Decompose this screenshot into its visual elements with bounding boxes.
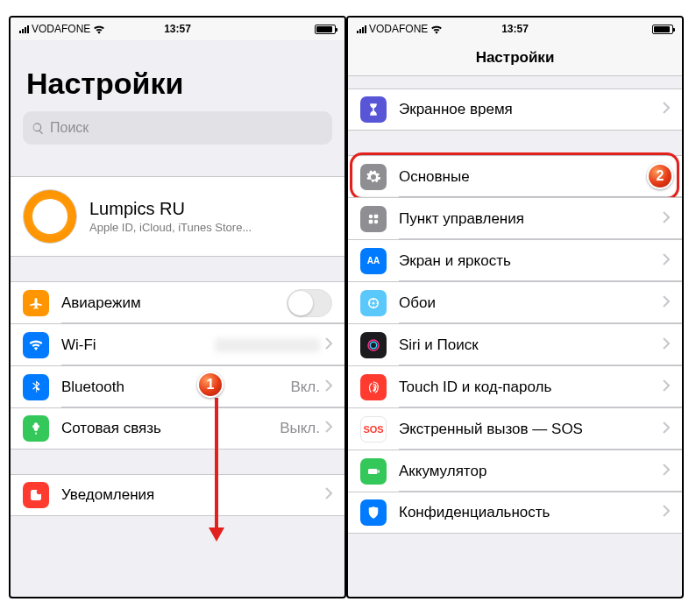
status-bar: VODAFONE 13:57 xyxy=(348,18,682,40)
wifi-icon xyxy=(430,25,443,34)
control-center-icon xyxy=(360,206,387,232)
row-privacy[interactable]: Конфиденциальность xyxy=(348,492,682,534)
profile-name: Lumpics RU xyxy=(89,199,252,219)
status-bar: VODAFONE 13:57 xyxy=(11,18,344,40)
page-title: Настройки xyxy=(11,40,344,111)
chevron-right-icon xyxy=(663,421,670,437)
wallpaper-icon xyxy=(360,290,387,316)
sos-icon: SOS xyxy=(360,416,387,443)
row-siri[interactable]: Siri и Поиск xyxy=(348,323,682,365)
chevron-right-icon xyxy=(663,464,670,479)
touchid-label: Touch ID и код-пароль xyxy=(399,379,663,396)
phone-left: VODAFONE 13:57 Настройки Поиск Lumpics R… xyxy=(9,16,346,598)
privacy-label: Конфиденциальность xyxy=(399,504,663,521)
siri-label: Siri и Поиск xyxy=(399,336,663,354)
wifi-icon xyxy=(93,25,105,34)
clock: 13:57 xyxy=(164,23,191,35)
chevron-right-icon xyxy=(663,505,670,520)
avatar xyxy=(23,189,77,244)
notifications-icon xyxy=(23,482,49,508)
row-battery[interactable]: Аккумулятор xyxy=(348,450,682,492)
annotation-arrow xyxy=(208,398,225,542)
signal-icon xyxy=(357,25,366,33)
chevron-right-icon xyxy=(663,379,670,395)
row-notifications[interactable]: Уведомления xyxy=(11,474,344,516)
profile-row[interactable]: Lumpics RU Apple ID, iCloud, iTunes Stor… xyxy=(11,176,344,257)
gear-icon xyxy=(360,164,387,190)
display-icon: AA xyxy=(360,248,387,274)
svg-point-1 xyxy=(37,489,42,494)
airplane-toggle[interactable] xyxy=(287,289,332,317)
chevron-right-icon xyxy=(663,295,670,311)
control-center-label: Пункт управления xyxy=(399,210,663,228)
display-label: Экран и яркость xyxy=(399,252,663,270)
battery-icon xyxy=(315,25,336,34)
row-sos[interactable]: SOS Экстренный вызов — SOS xyxy=(348,407,682,450)
row-general[interactable]: Основные xyxy=(348,155,682,197)
row-screen-time[interactable]: Экранное время xyxy=(348,89,682,131)
cellular-value: Выкл. xyxy=(280,420,320,437)
search-input[interactable]: Поиск xyxy=(23,111,332,145)
fingerprint-icon xyxy=(360,374,387,400)
svg-rect-3 xyxy=(374,214,379,218)
chevron-right-icon xyxy=(663,102,670,117)
row-touchid[interactable]: Touch ID и код-пароль xyxy=(348,365,682,407)
cellular-label: Сотовая связь xyxy=(61,420,280,437)
profile-subtitle: Apple ID, iCloud, iTunes Store... xyxy=(89,221,252,234)
svg-point-13 xyxy=(370,342,377,349)
cellular-icon xyxy=(23,415,49,442)
annotation-badge-1: 1 xyxy=(197,372,224,398)
chevron-right-icon xyxy=(663,211,670,227)
battery-icon xyxy=(652,25,673,34)
svg-point-2 xyxy=(369,214,373,218)
airplane-label: Авиарежим xyxy=(61,294,287,312)
svg-point-5 xyxy=(374,219,379,223)
screentime-label: Экранное время xyxy=(399,101,663,118)
chevron-right-icon xyxy=(663,253,670,269)
clock: 13:57 xyxy=(501,23,529,35)
carrier-label: VODAFONE xyxy=(369,23,428,35)
airplane-icon xyxy=(23,290,49,316)
svg-point-7 xyxy=(373,301,375,304)
row-display[interactable]: AA Экран и яркость xyxy=(348,239,682,281)
bluetooth-label: Bluetooth xyxy=(61,379,290,396)
notifications-label: Уведомления xyxy=(61,486,325,504)
svg-rect-15 xyxy=(378,470,380,472)
svg-point-11 xyxy=(376,301,378,303)
carrier-label: VODAFONE xyxy=(32,23,90,35)
siri-icon xyxy=(360,332,387,358)
sos-label: Экстренный вызов — SOS xyxy=(399,421,663,438)
row-wifi[interactable]: Wi-Fi xyxy=(11,323,344,365)
privacy-icon xyxy=(360,499,387,526)
svg-rect-4 xyxy=(369,219,373,223)
svg-point-9 xyxy=(373,306,374,308)
row-cellular[interactable]: Сотовая связь Выкл. xyxy=(11,407,344,450)
general-label: Основные xyxy=(399,168,663,186)
nav-title: Настройки xyxy=(348,40,682,76)
row-control-center[interactable]: Пункт управления xyxy=(348,197,682,239)
bluetooth-value: Вкл. xyxy=(290,379,320,396)
wifi-value xyxy=(215,338,320,352)
search-icon xyxy=(32,122,45,135)
hourglass-icon xyxy=(360,96,387,123)
battery-label: Аккумулятор xyxy=(399,463,663,480)
battery-settings-icon xyxy=(360,458,387,485)
wifi-label: Wi-Fi xyxy=(61,336,215,354)
row-bluetooth[interactable]: Bluetooth Вкл. xyxy=(11,365,344,407)
svg-point-8 xyxy=(373,298,374,300)
chevron-right-icon xyxy=(325,421,332,436)
bluetooth-icon xyxy=(23,374,49,400)
search-placeholder: Поиск xyxy=(50,120,89,136)
row-airplane-mode[interactable]: Авиарежим xyxy=(11,281,344,323)
wallpaper-label: Обои xyxy=(399,294,663,312)
chevron-right-icon xyxy=(325,487,332,503)
wifi-settings-icon xyxy=(23,332,49,358)
annotation-badge-2: 2 xyxy=(647,163,673,189)
chevron-right-icon xyxy=(663,337,670,353)
svg-rect-14 xyxy=(368,469,378,474)
row-wallpaper[interactable]: Обои xyxy=(348,281,682,323)
phone-right: VODAFONE 13:57 Настройки Экранное время xyxy=(346,16,684,598)
chevron-right-icon xyxy=(325,337,332,353)
chevron-right-icon xyxy=(325,379,332,395)
signal-icon xyxy=(19,25,29,33)
